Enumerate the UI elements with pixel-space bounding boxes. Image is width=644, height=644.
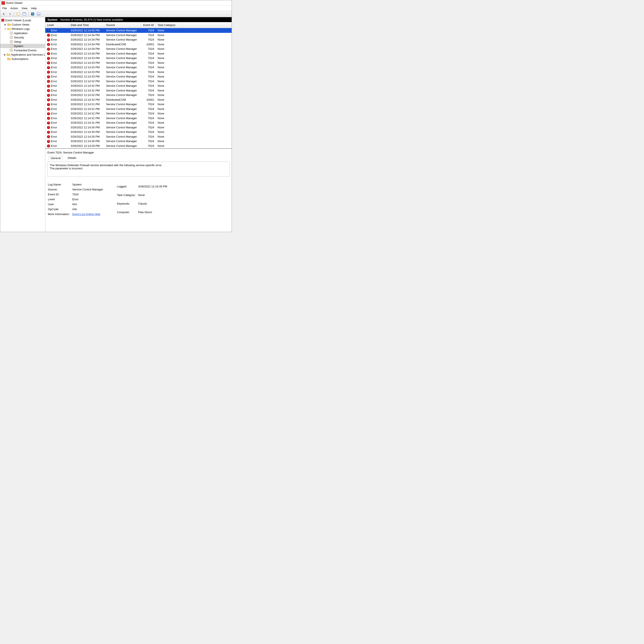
tree-label: Custom Views xyxy=(12,23,29,26)
event-row[interactable]: !Error3/28/2022 12:14:33 PMService Contr… xyxy=(45,56,232,61)
cell-cat: None xyxy=(156,125,182,130)
cell-source: Service Control Manager xyxy=(104,65,141,70)
cell-cat: None xyxy=(156,33,182,37)
tree-custom-views[interactable]: ▶ Custom Views xyxy=(0,22,45,27)
event-row[interactable]: !Error3/28/2022 12:14:30 PMService Contr… xyxy=(45,130,232,134)
event-row[interactable]: !Error3/28/2022 12:14:31 PMService Contr… xyxy=(45,116,232,121)
menu-help[interactable]: Help xyxy=(31,7,37,10)
event-row[interactable]: !Error3/28/2022 12:14:32 PMService Contr… xyxy=(45,88,232,93)
cell-level: Error xyxy=(51,80,57,83)
tree-system[interactable]: System xyxy=(0,44,45,48)
event-row[interactable]: !Error3/28/2022 12:14:32 PMService Contr… xyxy=(45,93,232,97)
forward-button[interactable] xyxy=(8,12,12,16)
cell-cat: None xyxy=(156,38,182,42)
col-cat[interactable]: Task Category xyxy=(156,22,182,28)
cell-source: Service Control Manager xyxy=(104,144,141,148)
menu-action[interactable]: Action xyxy=(10,7,18,10)
error-icon: ! xyxy=(47,108,50,111)
event-row[interactable]: !Error3/28/2022 12:14:33 PMService Contr… xyxy=(45,65,232,70)
tree-security[interactable]: Security xyxy=(0,35,45,39)
event-row[interactable]: !Error3/28/2022 12:14:32 PMService Contr… xyxy=(45,84,232,88)
cell-cat: None xyxy=(156,47,182,51)
cell-id: 7024 xyxy=(141,28,156,33)
val-logname: System xyxy=(72,182,105,187)
column-headers[interactable]: Level Date and Time Source Event ID Task… xyxy=(45,22,232,28)
back-button[interactable] xyxy=(2,12,6,16)
event-row[interactable]: !Error3/28/2022 12:14:31 PMService Contr… xyxy=(45,111,232,116)
properties-button[interactable] xyxy=(22,12,27,16)
event-row[interactable]: !Error3/28/2022 12:14:31 PMService Contr… xyxy=(45,120,232,125)
tree-setup[interactable]: Setup xyxy=(0,39,45,44)
tab-details[interactable]: Details xyxy=(66,156,78,160)
tree-application[interactable]: Application xyxy=(0,31,45,35)
cell-date: 3/28/2022 12:14:33 PM xyxy=(69,61,104,65)
cell-cat: None xyxy=(156,107,182,111)
event-row[interactable]: !Error3/28/2022 12:14:32 PMService Contr… xyxy=(45,79,232,84)
event-row[interactable]: !Error3/28/2022 12:14:34 PMDistributedCO… xyxy=(45,42,232,47)
error-icon: ! xyxy=(47,94,50,97)
toolbar-separator xyxy=(14,12,14,16)
val-source: Service Control Manager xyxy=(72,187,105,192)
navigation-tree[interactable]: Event Viewer (Local) ▶ Custom Views ▾ Wi… xyxy=(0,17,45,232)
event-row[interactable]: !Error3/28/2022 12:14:30 PMService Contr… xyxy=(45,139,232,144)
help-button[interactable]: ? xyxy=(30,12,35,16)
props-right: Logged:3/28/2022 12:14:35 PM Task Catego… xyxy=(117,182,170,217)
menubar: File Action View Help xyxy=(0,6,232,11)
event-row[interactable]: !Error3/28/2022 12:14:32 PMDistributedCO… xyxy=(45,97,232,102)
log-icon xyxy=(10,44,13,48)
event-row[interactable]: !Error3/28/2022 12:14:31 PMService Contr… xyxy=(45,102,232,107)
event-row[interactable]: !Error3/28/2022 12:14:35 PMService Contr… xyxy=(45,28,232,33)
event-list[interactable]: !Error3/28/2022 12:14:35 PMService Contr… xyxy=(45,28,232,148)
cell-cat: None xyxy=(156,61,182,65)
svg-rect-3 xyxy=(23,13,26,13)
menu-file[interactable]: File xyxy=(2,7,7,10)
detail-pane: Event 7024, Service Control Manager Gene… xyxy=(45,148,232,220)
tree-apps-services[interactable]: ▶ Applications and Services Lo xyxy=(0,52,45,57)
cell-date: 3/28/2022 12:14:32 PM xyxy=(69,84,104,88)
col-level[interactable]: Level xyxy=(45,22,69,28)
collapse-icon[interactable]: ▾ xyxy=(4,28,6,30)
tab-general[interactable]: General xyxy=(49,156,62,160)
col-id[interactable]: Event ID xyxy=(141,22,156,28)
event-row[interactable]: !Error3/28/2022 12:14:29 PMService Contr… xyxy=(45,144,232,148)
folder-icon xyxy=(7,23,11,26)
error-icon: ! xyxy=(47,57,50,60)
link-online-help[interactable]: Event Log Online Help xyxy=(72,213,100,216)
expand-icon[interactable]: ▶ xyxy=(4,23,6,26)
cell-level: Error xyxy=(51,52,57,55)
tree-subscriptions[interactable]: Subscriptions xyxy=(0,57,45,61)
menu-view[interactable]: View xyxy=(21,7,27,10)
event-row[interactable]: !Error3/28/2022 12:14:33 PMService Contr… xyxy=(45,74,232,79)
log-icon xyxy=(10,36,13,39)
event-row[interactable]: !Error3/28/2022 12:14:34 PMService Contr… xyxy=(45,33,232,38)
tree-label: Security xyxy=(14,36,24,39)
event-row[interactable]: !Error3/28/2022 12:14:34 PMService Contr… xyxy=(45,51,232,56)
cell-id: 7024 xyxy=(141,84,156,88)
tree-forwarded[interactable]: Forwarded Events xyxy=(0,48,45,52)
tree-root[interactable]: Event Viewer (Local) xyxy=(0,18,45,22)
expand-icon[interactable]: ▶ xyxy=(4,53,6,56)
titlebar[interactable]: Event Viewer xyxy=(0,0,232,6)
error-icon: ! xyxy=(47,98,50,101)
cell-id: 7024 xyxy=(141,102,156,106)
lbl-source: Source: xyxy=(48,187,72,192)
cell-source: Service Control Manager xyxy=(104,121,141,125)
event-row[interactable]: !Error3/28/2022 12:14:30 PMService Contr… xyxy=(45,134,232,139)
event-row[interactable]: !Error3/28/2022 12:14:30 PMService Contr… xyxy=(45,125,232,130)
cell-level: Error xyxy=(51,130,57,134)
event-row[interactable]: !Error3/28/2022 12:14:33 PMService Contr… xyxy=(45,70,232,74)
preview-pane-button[interactable] xyxy=(36,12,41,16)
event-row[interactable]: !Error3/28/2022 12:14:31 PMService Contr… xyxy=(45,107,232,111)
log-icon xyxy=(10,40,13,43)
event-row[interactable]: !Error3/28/2022 12:14:34 PMService Contr… xyxy=(45,37,232,42)
cell-cat: None xyxy=(156,52,182,56)
event-row[interactable]: !Error3/28/2022 12:14:34 PMService Contr… xyxy=(45,47,232,51)
col-date[interactable]: Date and Time xyxy=(69,22,104,28)
cell-date: 3/28/2022 12:14:30 PM xyxy=(69,135,104,139)
cell-level: Error xyxy=(51,126,57,129)
cell-date: 3/28/2022 12:14:32 PM xyxy=(69,79,104,84)
show-hide-tree-button[interactable] xyxy=(16,12,21,16)
tree-windows-logs[interactable]: ▾ Windows Logs xyxy=(0,27,45,31)
event-row[interactable]: !Error3/28/2022 12:14:33 PMService Contr… xyxy=(45,61,232,65)
col-source[interactable]: Source xyxy=(104,22,141,28)
